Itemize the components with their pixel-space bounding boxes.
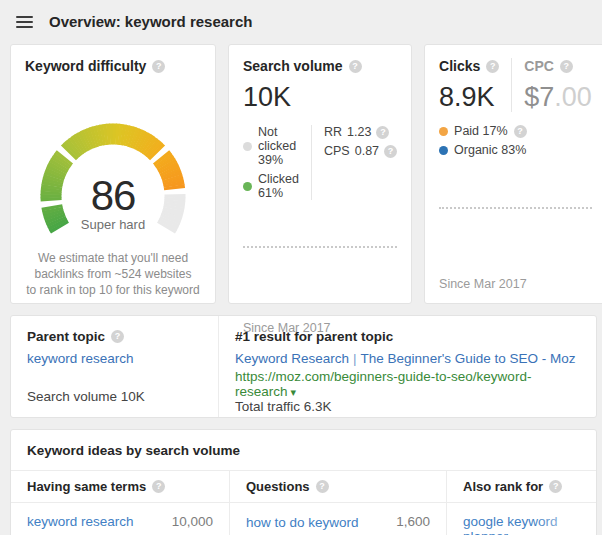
column-questions: Questions ? how to do keyword research 1… — [229, 471, 446, 535]
parent-topic-heading: Parent topic — [27, 329, 105, 344]
difficulty-verdict: Super hard — [25, 217, 201, 232]
top-result-link-suffix[interactable]: The Beginner's Guide to SEO - Moz — [361, 351, 576, 366]
caret-down-icon[interactable]: ▾ — [291, 386, 297, 398]
legend-label: Paid 17% — [454, 124, 508, 138]
metric-cards-row: Keyword difficulty ? 86 Super hard We es… — [10, 44, 597, 304]
link-separator: | — [349, 351, 361, 366]
metric-cps: CPS 0.87 ? — [324, 144, 397, 158]
parent-topic-link[interactable]: keyword research — [27, 351, 202, 366]
search-volume-chart — [243, 214, 397, 314]
keyword-ideas-table: Having same terms ? keyword research 10,… — [11, 470, 596, 535]
column-header-label: Having same terms — [27, 479, 146, 494]
difficulty-note: We estimate that you'll need backlinks f… — [25, 250, 201, 298]
search-volume-value: 10K — [243, 82, 397, 112]
difficulty-gauge: 86 Super hard — [25, 110, 201, 238]
search-volume-card: Search volume ? 10K Not clicked 39% Clic… — [228, 44, 412, 304]
page-title: Overview: keyword research — [49, 13, 252, 30]
clicks-chart — [439, 168, 592, 270]
help-icon[interactable]: ? — [376, 126, 389, 139]
bars — [439, 168, 592, 270]
metric-value: 1.23 — [347, 125, 371, 139]
legend-label: Clicked 61% — [258, 172, 299, 200]
keyword-volume: 10,000 — [172, 514, 213, 529]
legend-label: Organic 83% — [454, 143, 526, 157]
top-result-traffic: Total traffic 6.3K — [235, 399, 580, 414]
clicks-title: Clicks — [439, 58, 480, 74]
search-volume-chart-caption: Since Mar 2017 — [243, 321, 397, 335]
keyword-ideas-title: Keyword ideas by search volume — [11, 430, 596, 470]
difficulty-note-line: to rank in top 10 for this keyword — [25, 282, 201, 298]
legend-paid: Paid 17% ? — [439, 124, 527, 138]
help-icon[interactable]: ? — [549, 480, 562, 493]
help-icon[interactable]: ? — [384, 145, 397, 158]
parent-topic-volume: Search volume 10K — [27, 389, 202, 404]
difficulty-value: 86 — [25, 172, 201, 220]
keyword-volume: 1,600 — [396, 514, 430, 535]
metric-value: 0.87 — [355, 144, 379, 158]
metric-label: RR — [324, 125, 342, 139]
cpc-value: $7.00 — [524, 82, 592, 112]
cpc-title: CPC — [524, 58, 554, 74]
clicks-value: 8.9K — [439, 82, 499, 112]
column-having-same-terms: Having same terms ? keyword research 10,… — [11, 471, 229, 535]
keyword-ideas-section: Keyword ideas by search volume Having sa… — [10, 429, 597, 535]
help-icon[interactable]: ? — [514, 125, 527, 138]
help-icon[interactable]: ? — [152, 480, 165, 493]
table-row: keyword research 10,000 — [11, 503, 229, 535]
keyword-difficulty-title: Keyword difficulty — [25, 58, 146, 74]
stat-value: 6.3K — [304, 399, 332, 414]
help-icon[interactable]: ? — [111, 330, 124, 343]
keyword-link[interactable]: keyword research — [27, 514, 134, 529]
clicked-dot-icon — [243, 182, 252, 191]
legend-organic: Organic 83% — [439, 143, 527, 157]
table-row: how to do keyword research 1,600 — [230, 503, 446, 535]
top-result-link[interactable]: Keyword Research — [235, 351, 349, 366]
clicks-chart-caption: Since Mar 2017 — [439, 277, 592, 291]
stat-value: 10K — [121, 389, 145, 404]
app-header: Overview: keyword research — [0, 0, 602, 42]
clicks-card: Clicks ? 8.9K CPC ? $7.00 Paid 1 — [424, 44, 602, 304]
column-also-rank-for: Also rank for ? google keyword planner — [446, 471, 596, 535]
keyword-difficulty-card: Keyword difficulty ? 86 Super hard We es… — [10, 44, 216, 304]
reference-line — [439, 207, 592, 209]
metric-label: CPS — [324, 144, 350, 158]
paid-dot-icon — [439, 127, 448, 136]
keyword-link[interactable]: how to do keyword research — [246, 514, 368, 535]
column-header-label: Questions — [246, 479, 310, 494]
divider — [311, 125, 312, 200]
help-icon[interactable]: ? — [152, 60, 165, 73]
organic-dot-icon — [439, 146, 448, 155]
menu-icon[interactable] — [16, 16, 33, 28]
stat-label: Search volume — [27, 389, 117, 404]
not-clicked-dot-icon — [243, 142, 252, 151]
difficulty-note-line: backlinks from ~524 websites — [25, 266, 201, 282]
help-icon[interactable]: ? — [349, 60, 362, 73]
parent-topic-column: Parent topic ? keyword research Search v… — [11, 316, 219, 417]
metric-rr: RR 1.23 ? — [324, 125, 397, 139]
top-result-url[interactable]: https://moz.com/beginners-guide-to-seo/k… — [235, 369, 531, 399]
keyword-link[interactable]: google keyword planner — [463, 514, 580, 535]
help-icon[interactable]: ? — [316, 480, 329, 493]
help-icon[interactable]: ? — [486, 60, 499, 73]
reference-line — [243, 246, 397, 248]
divider — [511, 58, 512, 112]
help-icon[interactable]: ? — [560, 60, 573, 73]
column-header-label: Also rank for — [463, 479, 543, 494]
bars — [243, 214, 397, 314]
legend-clicked: Clicked 61% — [243, 172, 299, 200]
legend-not-clicked: Not clicked 39% — [243, 125, 299, 167]
cpc-value-main: $7 — [524, 82, 554, 112]
difficulty-note-line: We estimate that you'll need — [25, 250, 201, 266]
legend-label: Not clicked 39% — [258, 125, 299, 167]
cpc-value-fraction: .00 — [554, 82, 592, 112]
search-volume-title: Search volume — [243, 58, 343, 74]
table-row: google keyword planner — [447, 503, 596, 535]
stat-label: Total traffic — [235, 399, 300, 414]
